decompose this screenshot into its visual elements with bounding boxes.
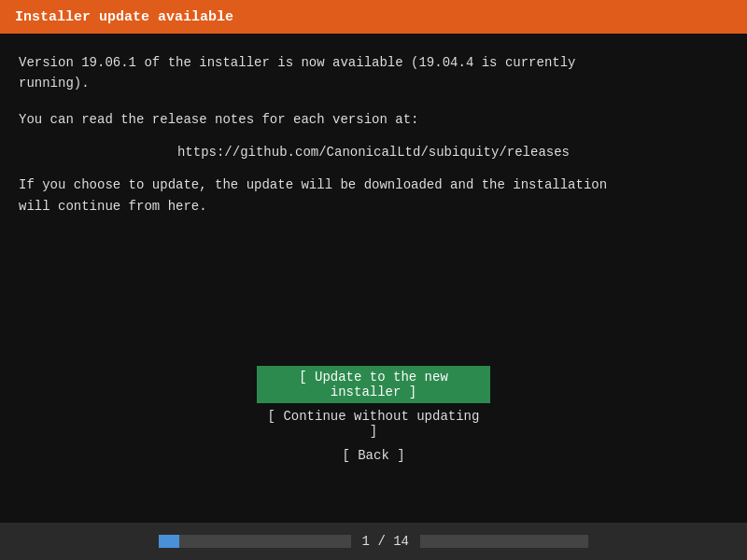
release-notes-label: You can read the release notes for each …: [19, 109, 728, 130]
continue-button[interactable]: [ Continue without updating ]: [257, 405, 490, 442]
update-info-text: If you choose to update, the update will…: [19, 175, 728, 217]
version-text: Version 19.06.1 of the installer is now …: [19, 52, 728, 94]
progress-fill: [159, 535, 179, 548]
release-notes-url: https://github.com/CanonicalLtd/subiquit…: [19, 145, 728, 160]
progress-section: 1 / 14: [159, 534, 588, 549]
header-bar: Installer update available: [0, 0, 747, 34]
main-content: Version 19.06.1 of the installer is now …: [0, 34, 747, 523]
page-indicator: 1 / 14: [362, 534, 409, 549]
back-button[interactable]: [ Back ]: [257, 444, 490, 467]
progress-track: [179, 535, 351, 548]
progress-track-right: [420, 535, 588, 548]
update-button[interactable]: [ Update to the new installer ]: [257, 366, 490, 403]
buttons-area: [ Update to the new installer ] [ Contin…: [257, 366, 490, 467]
footer-inner: 1 / 14: [15, 534, 732, 549]
footer: 1 / 14: [0, 523, 747, 560]
header-title: Installer update available: [15, 9, 233, 25]
